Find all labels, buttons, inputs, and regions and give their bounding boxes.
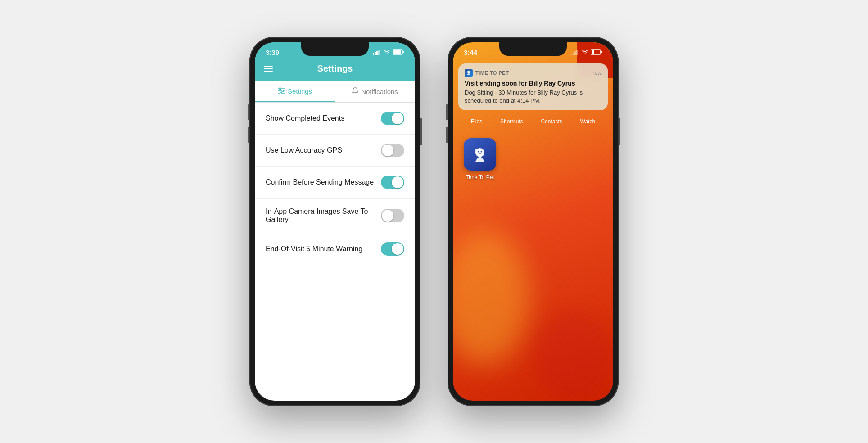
dock-row: Files Shortcuts Contacts Watch (453, 114, 613, 129)
settings-screen: 3:39 (255, 42, 415, 401)
battery-icon-2 (591, 49, 602, 56)
notif-body: Dog Sitting - 30 Minutes for Billy Ray C… (465, 89, 601, 105)
setting-item-visit-warning: End-Of-Visit 5 Minute Warning (255, 233, 415, 265)
app-time-to-pet[interactable]: Time To Pet (464, 138, 496, 181)
toggle-visit-warning[interactable] (381, 242, 404, 256)
dock-watch[interactable]: Watch (580, 118, 596, 125)
time-display: 3:39 (266, 49, 279, 56)
bg-blob-yellow (453, 230, 529, 365)
notch-2 (499, 42, 567, 56)
dock-files[interactable]: Files (471, 118, 482, 125)
volume-down-button-2[interactable] (446, 127, 448, 143)
setting-label-1: Use Low Accuracy GPS (266, 146, 342, 154)
notif-title: Visit ending soon for Billy Ray Cyrus (465, 80, 601, 87)
toggle-gps[interactable] (381, 144, 404, 157)
toggle-knob-3 (382, 210, 393, 222)
tab-notifications[interactable]: Notifications (335, 81, 415, 102)
svg-point-8 (279, 88, 281, 90)
svg-point-20 (467, 71, 470, 73)
notif-app-info: TIME TO PET (465, 69, 509, 77)
toggle-knob-4 (392, 243, 403, 255)
app-label: Time To Pet (466, 174, 494, 181)
setting-item-confirm-message: Confirm Before Sending Message (255, 167, 415, 199)
power-button-2[interactable] (619, 118, 620, 145)
toggle-knob-0 (392, 113, 403, 124)
pet-svg-icon (470, 145, 490, 164)
toggle-knob-1 (382, 145, 393, 156)
time-display-2: 3:44 (464, 49, 477, 56)
status-icons (373, 49, 404, 56)
title-bar: Settings (255, 60, 415, 81)
equalizer-icon (278, 87, 285, 95)
toggle-camera-gallery[interactable] (381, 209, 404, 222)
phone-2: 3:44 (448, 37, 619, 406)
volume-up-button-2[interactable] (446, 104, 448, 120)
svg-rect-5 (393, 50, 401, 54)
tab-bar: Settings Notifications (255, 81, 415, 103)
wifi-icon (383, 49, 390, 56)
volume-up-button[interactable] (248, 104, 249, 120)
svg-rect-1 (375, 52, 376, 55)
notif-time: now (592, 70, 601, 76)
svg-rect-18 (592, 50, 594, 54)
svg-rect-14 (573, 53, 574, 55)
menu-button[interactable] (264, 66, 273, 72)
dock-contacts[interactable]: Contacts (541, 118, 562, 125)
app-grid: Time To Pet (453, 129, 613, 190)
wifi-icon-2 (581, 49, 588, 56)
toggle-show-completed[interactable] (381, 112, 404, 125)
toggle-confirm-message[interactable] (381, 176, 404, 189)
bell-icon (352, 87, 358, 96)
settings-list: Show Completed Events Use Low Accuracy G… (255, 103, 415, 265)
svg-rect-16 (576, 50, 578, 55)
power-button[interactable] (420, 118, 422, 145)
svg-point-12 (280, 92, 282, 94)
notifications-tab-label: Notifications (361, 88, 398, 95)
notification-banner[interactable]: TIME TO PET now Visit ending soon for Bi… (458, 63, 608, 110)
volume-down-button[interactable] (248, 127, 249, 143)
homescreen: 3:44 (453, 42, 613, 401)
signal-icon (373, 49, 381, 56)
svg-rect-13 (571, 54, 572, 55)
phone-1: 3:39 (249, 37, 420, 406)
notif-header: TIME TO PET now (465, 69, 601, 77)
status-icons-2 (571, 49, 602, 56)
svg-rect-6 (403, 51, 404, 53)
setting-item-show-completed: Show Completed Events (255, 103, 415, 135)
tab-settings[interactable]: Settings (255, 81, 335, 102)
notif-app-icon (465, 69, 473, 77)
svg-point-22 (478, 151, 479, 153)
svg-rect-15 (574, 51, 576, 55)
svg-rect-0 (373, 53, 374, 55)
setting-label-2: Confirm Before Sending Message (266, 178, 374, 186)
battery-icon (393, 49, 404, 56)
setting-item-camera-gallery: In-App Camera Images Save To Gallery (255, 199, 415, 233)
setting-label-0: Show Completed Events (266, 114, 344, 122)
svg-rect-2 (376, 51, 378, 55)
page-title: Settings (273, 63, 397, 74)
notch (301, 42, 369, 56)
dock-shortcuts[interactable]: Shortcuts (500, 118, 523, 125)
setting-label-4: End-Of-Visit 5 Minute Warning (266, 245, 362, 253)
svg-point-24 (479, 153, 481, 154)
notif-app-name: TIME TO PET (475, 70, 509, 76)
settings-tab-label: Settings (288, 87, 312, 95)
setting-item-gps: Use Low Accuracy GPS (255, 135, 415, 167)
svg-point-10 (282, 90, 284, 92)
svg-point-23 (481, 151, 482, 153)
svg-rect-19 (601, 51, 602, 53)
toggle-knob-2 (392, 176, 403, 188)
setting-label-3: In-App Camera Images Save To Gallery (266, 208, 381, 224)
svg-rect-3 (378, 50, 380, 55)
bg-blob-red (532, 311, 613, 401)
signal-icon-2 (571, 49, 579, 56)
app-icon-bg (464, 138, 496, 171)
